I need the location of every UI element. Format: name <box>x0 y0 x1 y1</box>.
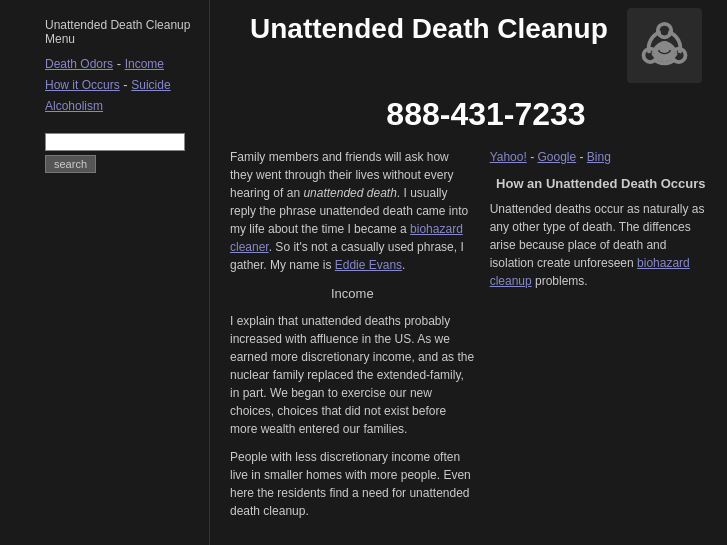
google-link[interactable]: Google <box>537 150 576 164</box>
separator-1: - <box>117 56 125 71</box>
search-button[interactable]: search <box>45 155 96 173</box>
how-it-occurs-title: How an Unattended Death Occurs <box>490 174 712 194</box>
biohazard-cleanup-link[interactable]: biohazard cleanup <box>490 256 690 288</box>
sidebar-item-income[interactable]: Income <box>125 57 164 71</box>
intro-paragraph: Family members and friends will ask how … <box>230 148 475 274</box>
sidebar-item-death-odors[interactable]: Death Odors <box>45 57 113 71</box>
search-input[interactable] <box>45 133 185 151</box>
sidebar-title: Unattended Death Cleanup Menu <box>45 18 199 46</box>
sidebar-item-how-it-occurs[interactable]: How it Occurs <box>45 78 120 92</box>
bing-link[interactable]: Bing <box>587 150 611 164</box>
separator-search-2: - <box>580 150 587 164</box>
yahoo-link[interactable]: Yahoo! <box>490 150 527 164</box>
eddie-evans-link[interactable]: Eddie Evans <box>335 258 402 272</box>
page-title: Unattended Death Cleanup <box>230 8 608 45</box>
biohazard-icon <box>627 8 702 83</box>
biohazard-cleaner-link[interactable]: biohazard cleaner <box>230 222 463 254</box>
sidebar-item-suicide[interactable]: Suicide <box>131 78 170 92</box>
search-links: Yahoo! - Google - Bing <box>490 148 712 166</box>
phone-number: 888-431-7233 <box>260 91 712 148</box>
sidebar-item-alcoholism[interactable]: Alcoholism <box>45 99 103 113</box>
income-para-2: People with less discretionary income of… <box>230 448 475 520</box>
income-section-title: Income <box>230 284 475 304</box>
how-it-occurs-para: Unattended deaths occur as naturally as … <box>490 200 712 290</box>
income-para-1: I explain that unattended deaths probabl… <box>230 312 475 438</box>
